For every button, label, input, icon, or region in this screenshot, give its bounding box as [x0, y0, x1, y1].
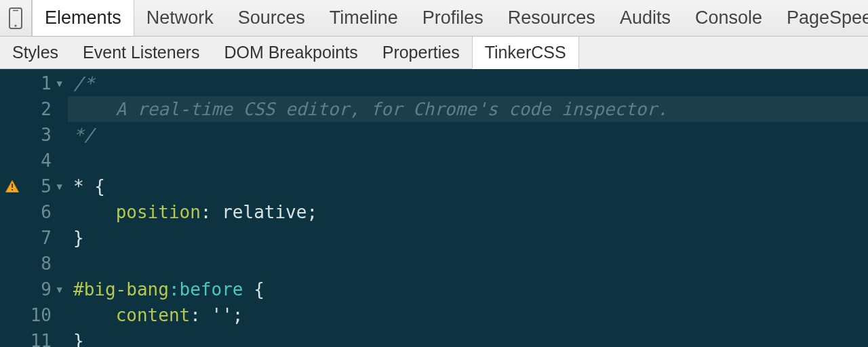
- code-token: {: [254, 277, 264, 302]
- code-token: /*: [73, 70, 94, 96]
- code-token: ;: [233, 302, 243, 328]
- editor-code[interactable]: /* A real-time CSS editor, for Chrome's …: [68, 69, 868, 347]
- tab-timeline[interactable]: Timeline: [317, 0, 410, 36]
- line-number: 1: [41, 70, 52, 96]
- line-number: 10: [31, 302, 52, 328]
- code-token: position: [116, 199, 201, 225]
- gutter-line: 7: [0, 225, 68, 251]
- tab-resources[interactable]: Resources: [496, 0, 608, 36]
- line-number: 11: [31, 328, 52, 347]
- fold-toggle-icon[interactable]: ▼: [54, 70, 62, 96]
- subtab-properties[interactable]: Properties: [370, 37, 472, 68]
- code-line[interactable]: position: relative;: [73, 199, 868, 225]
- subtab-label: Styles: [12, 43, 58, 62]
- svg-rect-4: [12, 184, 13, 188]
- gutter-line: 5▼: [0, 174, 68, 199]
- svg-point-1: [14, 24, 16, 26]
- line-number: 6: [41, 199, 52, 225]
- tab-console[interactable]: Console: [683, 0, 774, 36]
- code-token: ;: [307, 199, 317, 225]
- phone-icon: [9, 7, 22, 29]
- tab-label: Timeline: [330, 7, 398, 28]
- gutter-line: 9▼: [0, 277, 68, 302]
- tab-network[interactable]: Network: [134, 0, 226, 36]
- devtools-main-toolbar: Elements Network Sources Timeline Profil…: [0, 0, 868, 37]
- gutter-line: 10: [0, 302, 68, 328]
- line-number: 8: [41, 251, 52, 277]
- gutter-line: 3: [0, 122, 68, 148]
- subtab-label: Properties: [382, 43, 460, 62]
- code-token: [73, 199, 116, 225]
- line-number: 7: [41, 225, 52, 251]
- gutter-line: 8: [0, 251, 68, 277]
- tab-label: Console: [695, 7, 762, 28]
- code-line[interactable]: }: [73, 328, 868, 347]
- code-token: {: [94, 174, 105, 199]
- code-token: :: [201, 199, 222, 225]
- code-token: [73, 302, 116, 328]
- tab-audits[interactable]: Audits: [608, 0, 683, 36]
- fold-toggle-icon[interactable]: ▼: [54, 277, 62, 302]
- line-number: 5: [41, 174, 52, 199]
- line-number: 9: [41, 277, 52, 302]
- subtab-event-listeners[interactable]: Event Listeners: [71, 37, 212, 68]
- code-token: content: [116, 302, 191, 328]
- line-number: 2: [41, 96, 52, 122]
- code-token: '': [212, 302, 233, 328]
- css-editor[interactable]: 1▼2345▼6789▼1011 /* A real-time CSS edit…: [0, 69, 868, 347]
- subtab-label: DOM Breakpoints: [224, 43, 357, 62]
- code-line[interactable]: A real-time CSS editor, for Chrome's cod…: [68, 96, 868, 122]
- code-token: }: [73, 225, 84, 251]
- code-line[interactable]: /*: [73, 70, 868, 96]
- code-line[interactable]: * {: [73, 174, 868, 199]
- subtab-tinkercss[interactable]: TinkerCSS: [472, 37, 579, 69]
- svg-rect-5: [12, 189, 13, 190]
- code-token: :before: [169, 277, 243, 302]
- subtab-dom-breakpoints[interactable]: DOM Breakpoints: [212, 37, 370, 68]
- code-line[interactable]: #big-bang:before {: [73, 277, 868, 302]
- tab-label: PageSpee: [787, 7, 868, 28]
- tab-sources[interactable]: Sources: [226, 0, 317, 36]
- tab-label: Resources: [508, 7, 595, 28]
- warning-icon: [5, 180, 19, 192]
- fold-toggle-icon[interactable]: ▼: [54, 174, 62, 199]
- line-number: 4: [41, 148, 52, 174]
- gutter-line: 2: [0, 96, 68, 122]
- code-token: }: [73, 328, 84, 347]
- gutter-line: 11: [0, 328, 68, 347]
- code-token: #big-bang: [73, 277, 169, 302]
- code-line[interactable]: */: [73, 122, 868, 148]
- tab-label: Network: [146, 7, 214, 28]
- editor-gutter: 1▼2345▼6789▼1011: [0, 69, 68, 347]
- code-token: A real-time CSS editor, for Chrome's cod…: [73, 96, 668, 122]
- code-token: [243, 277, 254, 302]
- tab-label: Elements: [45, 7, 121, 28]
- line-number: 3: [41, 122, 52, 148]
- tab-label: Audits: [620, 7, 671, 28]
- code-line[interactable]: content: '';: [73, 302, 868, 328]
- code-token: *: [73, 174, 94, 199]
- tab-label: Profiles: [422, 7, 484, 28]
- code-token: relative: [222, 199, 307, 225]
- tab-profiles[interactable]: Profiles: [410, 0, 496, 36]
- gutter-line: 6: [0, 199, 68, 225]
- code-line[interactable]: [73, 251, 868, 277]
- tab-elements[interactable]: Elements: [32, 0, 134, 36]
- code-line[interactable]: }: [73, 225, 868, 251]
- subtab-label: TinkerCSS: [485, 43, 566, 62]
- elements-panel-tabbar: Styles Event Listeners DOM Breakpoints P…: [0, 37, 868, 69]
- tab-pagespeed[interactable]: PageSpee: [774, 0, 868, 36]
- code-token: */: [73, 122, 94, 148]
- device-mode-button[interactable]: [0, 0, 32, 36]
- gutter-line: 1▼: [0, 70, 68, 96]
- code-line[interactable]: [73, 148, 868, 174]
- subtab-styles[interactable]: Styles: [0, 37, 71, 68]
- subtab-label: Event Listeners: [83, 43, 199, 62]
- gutter-line: 4: [0, 148, 68, 174]
- tab-label: Sources: [238, 7, 305, 28]
- code-token: :: [190, 302, 211, 328]
